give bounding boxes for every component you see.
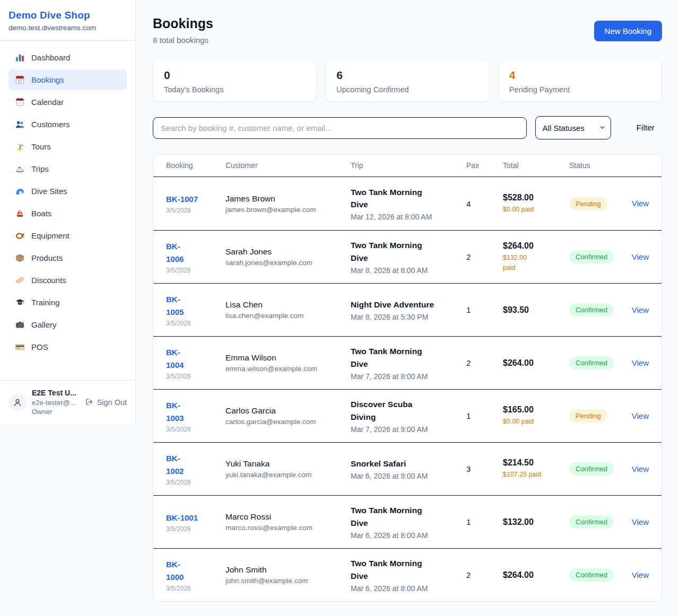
sidebar-item-pos[interactable]: POS (8, 337, 127, 357)
booking-id-link[interactable]: BK-1001 (166, 512, 198, 524)
booking-id-link[interactable]: BK- 1005 (166, 293, 184, 319)
camera-icon (15, 320, 25, 330)
total-amount: $264.00 (503, 241, 569, 251)
status-badge: Confirmed (569, 515, 614, 529)
speedboat-icon (15, 164, 25, 174)
person-icon (12, 397, 23, 408)
booking-id-link[interactable]: BK- 1006 (166, 240, 184, 266)
pax-count: 3 (466, 464, 503, 473)
brand-domain: demo.test.divestreams.com (8, 24, 127, 32)
total-amount: $214.50 (503, 458, 569, 468)
customer-email: james.brown@example.com (225, 206, 351, 214)
status-badge: Pending (569, 409, 607, 423)
customer-name: Marco Rossi (225, 512, 351, 522)
customer-name: Yuki Tanaka (225, 459, 351, 469)
booking-date: 3/5/2026 (166, 585, 225, 592)
sidebar-item-label: Dashboard (31, 53, 70, 62)
sidebar-item-dashboard[interactable]: Dashboard (8, 47, 127, 68)
booking-id-link[interactable]: BK- 1002 (166, 452, 184, 478)
customer-name: Sarah Jones (225, 247, 351, 257)
stat-label: Pending Payment (509, 85, 651, 94)
brand: Demo Dive Shop demo.test.divestreams.com (0, 0, 135, 41)
customer-name: Emma Wilson (225, 353, 351, 363)
booking-id-link[interactable]: BK- 1004 (166, 346, 184, 372)
booking-id-link[interactable]: BK- 1003 (166, 399, 184, 425)
sidebar-item-label: Equipment (31, 231, 69, 240)
sidebar-item-label: Calendar (31, 98, 64, 107)
booking-id-link[interactable]: BK- 1000 (166, 558, 184, 584)
sailboat-icon (15, 208, 25, 218)
view-link[interactable]: View (632, 305, 649, 314)
user-role: Owner (32, 407, 76, 417)
view-link[interactable]: View (632, 358, 649, 367)
pax-count: 2 (466, 252, 503, 261)
sidebar-item-bookings[interactable]: 17 Bookings (8, 69, 127, 90)
pax-count: 1 (466, 305, 503, 314)
filter-row: All Statuses Filter (153, 116, 662, 139)
customer-name: James Brown (225, 194, 351, 204)
sidebar-item-label: POS (31, 342, 48, 351)
view-link[interactable]: View (632, 464, 649, 473)
status-badge: Confirmed (569, 356, 614, 369)
view-link[interactable]: View (632, 570, 649, 579)
sidebar-item-label: Bookings (31, 75, 64, 84)
total-amount: $165.00 (503, 405, 569, 415)
sidebar-item-training[interactable]: Training (8, 292, 127, 313)
package-icon (15, 253, 25, 263)
table-row: BK- 10033/5/2026 Carlos Garciacarlos.gar… (153, 389, 661, 442)
credit-card-icon (15, 342, 25, 352)
sign-out-button[interactable]: Sign Out (84, 397, 127, 408)
table-row: BK-10073/5/2026 James Brownjames.brown@e… (153, 177, 661, 230)
sidebar-item-boats[interactable]: Boats (8, 203, 127, 224)
customer-email: john.smith@example.com (225, 577, 351, 585)
table-row: BK- 10053/5/2026 Lisa Chenlisa.chen@exam… (153, 283, 661, 336)
column-header-trip: Trip (351, 161, 466, 170)
wave-icon (15, 186, 25, 196)
avatar (8, 393, 27, 411)
status-filter-select[interactable]: All Statuses (535, 116, 611, 139)
view-link[interactable]: View (632, 199, 649, 208)
booking-id-link[interactable]: BK-1007 (166, 193, 198, 206)
stat-value: 0 (164, 69, 306, 82)
sidebar-item-calendar[interactable]: Calendar (8, 92, 127, 112)
app-root: Demo Dive Shop demo.test.divestreams.com… (0, 0, 679, 616)
graduation-cap-icon (15, 297, 25, 307)
sidebar-item-gallery[interactable]: Gallery (8, 314, 127, 335)
customer-email: carlos.garcia@example.com (225, 418, 351, 426)
sidebar-item-discounts[interactable]: Discounts (8, 270, 127, 291)
customer-name: John Smith (225, 565, 351, 575)
calendar-pad-icon (15, 97, 25, 107)
page-subtitle: 8 total bookings (153, 36, 213, 45)
filter-button[interactable]: Filter (629, 119, 662, 137)
stat-value: 4 (509, 69, 651, 82)
sidebar-item-label: Tours (31, 142, 51, 151)
bookings-table: Booking Customer Trip Pax Total Status B… (153, 154, 662, 602)
column-header-booking: Booking (166, 161, 225, 170)
customer-name: Carlos Garcia (225, 406, 351, 416)
view-link[interactable]: View (632, 517, 649, 526)
trip-name: Two Tank Morning Dive (351, 345, 466, 370)
sidebar-item-trips[interactable]: Trips (8, 159, 127, 179)
palm-island-icon (15, 142, 25, 152)
new-booking-button[interactable]: New Booking (594, 21, 662, 41)
calendar-date-icon: 17 (15, 75, 25, 85)
user-name: E2E Test U... (32, 388, 76, 398)
search-input[interactable] (153, 117, 527, 139)
sidebar-item-equipment[interactable]: Equipment (8, 225, 127, 246)
trip-name: Two Tank Morning Dive (351, 239, 466, 264)
total-amount: $264.00 (503, 570, 569, 580)
main-content: Bookings 8 total bookings New Booking 0 … (136, 0, 679, 616)
sidebar-item-customers[interactable]: Customers (8, 114, 127, 135)
trip-datetime: Mar 12, 2026 at 8:00 AM (351, 213, 466, 221)
status-badge: Confirmed (569, 568, 614, 582)
column-header-status: Status (569, 161, 626, 170)
status-badge: Confirmed (569, 250, 614, 263)
paid-amount: $0.00 paid (503, 417, 569, 426)
sidebar-item-tours[interactable]: Tours (8, 136, 127, 157)
view-link[interactable]: View (632, 252, 649, 261)
view-link[interactable]: View (632, 411, 649, 420)
sidebar-item-dive-sites[interactable]: Dive Sites (8, 181, 127, 201)
status-badge: Confirmed (569, 462, 614, 476)
sidebar-item-products[interactable]: Products (8, 248, 127, 268)
column-header-total: Total (503, 161, 569, 170)
